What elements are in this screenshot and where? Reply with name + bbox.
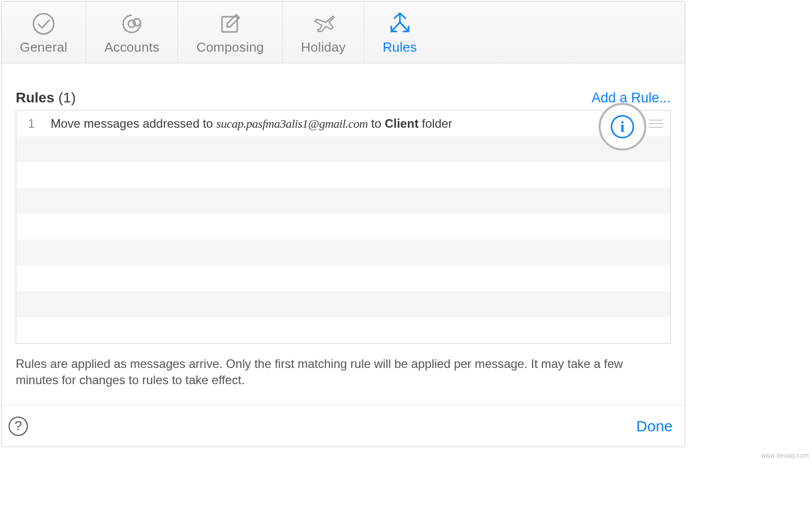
empty-row (16, 214, 670, 240)
rule-index: 1 (22, 117, 41, 131)
tab-rules[interactable]: Rules (364, 2, 435, 63)
mail-preferences-window: General Accounts Composing Holiday (1, 1, 685, 447)
watermark-text: www.deuaq.com (761, 452, 809, 459)
done-button[interactable]: Done (636, 418, 673, 435)
footer-bar: ? Done (2, 405, 685, 447)
tab-label: Rules (383, 40, 417, 55)
empty-row (16, 291, 670, 317)
airplane-icon (311, 11, 336, 36)
rules-content: Rules (1) Add a Rule... i 1 Move message… (2, 63, 685, 389)
tab-holiday[interactable]: Holiday (283, 2, 364, 63)
rule-description: Move messages addressed to sucap.pasfma3… (51, 117, 664, 131)
checkmark-circle-icon (32, 11, 55, 36)
empty-row (16, 317, 670, 343)
empty-row (16, 162, 670, 188)
rule-row[interactable]: 1 Move messages addressed to sucap.pasfm… (16, 110, 670, 136)
help-button[interactable]: ? (9, 417, 28, 436)
arrows-routing-icon (387, 11, 413, 36)
empty-row (16, 188, 670, 214)
svg-point-0 (33, 14, 54, 34)
add-rule-button[interactable]: Add a Rule... (592, 90, 671, 106)
rules-count: (1) (58, 90, 76, 106)
empty-row (16, 136, 670, 162)
tab-general[interactable]: General (2, 2, 86, 63)
empty-row (16, 266, 670, 291)
compose-icon (218, 11, 242, 36)
tab-label: Accounts (104, 40, 160, 55)
at-sign-icon (119, 11, 144, 36)
tab-label: General (20, 40, 67, 55)
preferences-toolbar: General Accounts Composing Holiday (2, 2, 685, 63)
title-text: Rules (16, 90, 54, 106)
drag-handle-icon[interactable] (649, 118, 663, 129)
page-title: Rules (1) (16, 90, 76, 106)
rules-list: 1 Move messages addressed to sucap.pasfm… (16, 110, 671, 344)
svg-rect-2 (222, 17, 237, 32)
info-icon[interactable]: i (611, 115, 634, 138)
rules-help-text: Rules are applied as messages arrive. On… (16, 356, 665, 389)
empty-row (16, 240, 670, 266)
tab-composing[interactable]: Composing (178, 2, 282, 63)
info-callout-highlight: i (599, 103, 646, 151)
tab-label: Composing (196, 40, 264, 55)
tab-label: Holiday (301, 40, 346, 55)
tab-accounts[interactable]: Accounts (86, 2, 178, 63)
